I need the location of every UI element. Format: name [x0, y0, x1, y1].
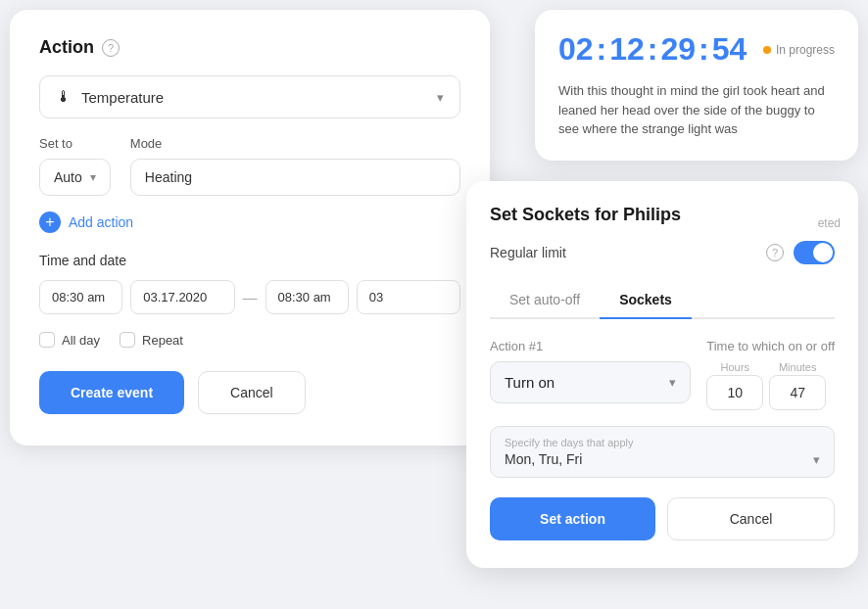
repeat-label: Repeat [142, 333, 183, 348]
right-top-card: 02 : 12 : 29 : 54 In progress With this … [535, 10, 858, 161]
right-bottom-card: Set Sockets for Philips eted Regular lim… [466, 181, 858, 568]
timer-h1: 02 [558, 31, 594, 68]
all-day-label: All day [62, 333, 100, 348]
status-label: In progress [776, 43, 835, 57]
create-event-button[interactable]: Create event [39, 371, 184, 414]
tab-sockets[interactable]: Sockets [600, 282, 692, 319]
left-card-btn-row: Create event Cancel [39, 371, 460, 414]
set-action-button[interactable]: Set action [490, 497, 655, 540]
set-to-value: Auto [54, 169, 82, 185]
start-time-input[interactable]: 08:30 am [39, 280, 122, 314]
status-badge: In progress [763, 43, 835, 57]
start-date-input[interactable]: 03.17.2020 [130, 280, 234, 314]
thermometer-icon: 🌡 [56, 88, 72, 106]
hours-input[interactable]: 10 [706, 375, 763, 410]
cancel-button[interactable]: Cancel [198, 371, 306, 414]
end-time-input[interactable]: 08:30 am [265, 280, 349, 314]
time-date-section: Time and date 08:30 am 03.17.2020 — 08:3… [39, 253, 460, 314]
chevron-down-icon: ▾ [669, 375, 676, 390]
days-value: Mon, Tru, Fri [505, 451, 582, 467]
add-action-row[interactable]: + Add action [39, 211, 460, 233]
regular-limit-help-icon[interactable]: ? [766, 244, 784, 261]
mode-field: Mode Heating [130, 136, 460, 196]
dash-separator: — [243, 289, 258, 305]
chevron-down-icon: ▾ [90, 170, 96, 184]
tab-set-auto-off[interactable]: Set auto-off [490, 282, 600, 319]
regular-limit-row: Regular limit ? [490, 241, 835, 264]
minutes-sub-label: Minutes [769, 361, 826, 373]
timer-h2: 12 [609, 31, 645, 68]
timer-colon-1: : [597, 31, 607, 68]
all-day-check-box[interactable] [39, 332, 55, 348]
time-row: 08:30 am 03.17.2020 — 08:30 am 03 [39, 280, 460, 314]
repeat-checkbox[interactable]: Repeat [120, 332, 183, 348]
set-to-dropdown[interactable]: Auto ▾ [39, 159, 111, 196]
card-title: Set Sockets for Philips [490, 205, 681, 225]
set-mode-row: Set to Auto ▾ Mode Heating [39, 136, 460, 196]
timer-display: 02 : 12 : 29 : 54 In progress [558, 31, 835, 68]
add-action-label: Add action [69, 214, 133, 230]
mode-label: Mode [130, 136, 460, 151]
help-icon[interactable]: ? [102, 39, 120, 57]
timer-h3: 29 [661, 31, 697, 68]
set-to-field: Set to Auto ▾ [39, 136, 111, 196]
action-dropdown-col: Action #1 Turn on ▾ [490, 339, 691, 403]
action-section: Action #1 Turn on ▾ Time to which on or … [490, 339, 835, 410]
set-to-label: Set to [39, 136, 111, 151]
dropdown-value: Temperature [81, 89, 164, 106]
timer-colon-3: : [699, 31, 709, 68]
timer-h4: 54 [712, 31, 747, 68]
repeat-check-box[interactable] [120, 332, 135, 348]
action-title: Action [39, 37, 94, 58]
action-dropdown[interactable]: Turn on ▾ [490, 361, 691, 403]
tabs-row: Set auto-off Sockets [490, 282, 835, 319]
all-day-checkbox[interactable]: All day [39, 332, 100, 348]
eted-badge: eted [818, 216, 841, 230]
left-action-card: Action ? 🌡 Temperature ▾ Set to Auto ▾ M… [10, 10, 490, 445]
toggle-knob [813, 243, 833, 262]
mode-value: Heating [130, 159, 460, 196]
action-num-label: Action #1 [490, 339, 691, 353]
time-inputs-col: Time to which on or off Hours Minutes 10… [706, 339, 835, 410]
time-date-title: Time and date [39, 253, 460, 268]
add-action-circle: + [39, 211, 61, 233]
days-sub-label: Specify the days that apply [505, 437, 820, 448]
minutes-input[interactable]: 47 [769, 375, 826, 410]
chevron-down-icon: ▾ [813, 452, 820, 467]
temperature-dropdown[interactable]: 🌡 Temperature ▾ [39, 75, 460, 118]
status-dot [763, 46, 771, 54]
end-date-input[interactable]: 03 [357, 280, 460, 314]
bottom-btn-row: Set action Cancel [490, 497, 835, 540]
action-dropdown-value: Turn on [505, 374, 555, 391]
time-to-label: Time to which on or off [706, 339, 835, 353]
timer-colon-2: : [648, 31, 658, 68]
chevron-down-icon: ▾ [437, 90, 444, 105]
days-dropdown[interactable]: Specify the days that apply Mon, Tru, Fr… [490, 426, 835, 478]
regular-limit-toggle[interactable] [794, 241, 835, 264]
check-row: All day Repeat [39, 332, 460, 348]
action-header: Action ? [39, 37, 460, 58]
cancel-right-button[interactable]: Cancel [667, 497, 835, 540]
hours-sub-label: Hours [706, 361, 763, 373]
card-description: With this thought in mind the girl took … [558, 81, 835, 139]
regular-limit-label: Regular limit [490, 245, 766, 260]
